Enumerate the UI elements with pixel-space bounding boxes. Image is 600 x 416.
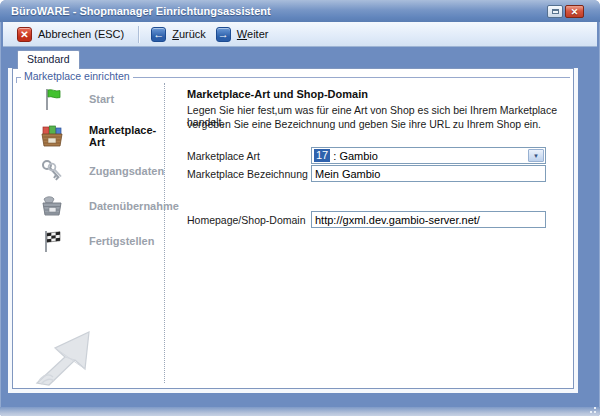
arrow-left-icon: ← [151,27,166,42]
sidebar-item-label: Fertigstellen [89,235,154,247]
titlebar[interactable]: BüroWARE - Shopmanager Einrichtungsassis… [0,0,600,22]
homepage-input[interactable] [311,211,546,228]
tab-standard[interactable]: Standard [17,50,80,69]
sidebar-item-label: Start [89,93,114,105]
cancel-x-icon: ✕ [17,27,32,42]
toolbar: ✕ Abbrechen (ESC) ← Zurück → Weiter [3,22,597,47]
page-title: Marketplace-Art und Shop-Domain [187,88,368,100]
window-bottom-edge [0,407,600,416]
restore-icon[interactable] [547,5,563,18]
green-flag-icon [39,86,65,112]
sidebar-item-start[interactable]: Start [13,86,163,112]
keys-icon [39,158,65,184]
sidebar-item-fertigstellen[interactable]: Fertigstellen [13,228,163,254]
bezeichnung-label: Marketplace Bezeichnung [187,168,308,180]
back-button[interactable]: ← Zurück [146,25,211,44]
selected-id: 17 [314,149,330,162]
marketplace-art-select[interactable]: 17 : Gambio ▼ [311,147,546,164]
chevron-down-icon[interactable]: ▼ [528,149,544,162]
homepage-label: Homepage/Shop-Domain [187,214,305,226]
description-line: vergeben Sie eine Bezeichnung und geben … [187,118,541,130]
window-title: BüroWARE - Shopmanager Einrichtungsassis… [11,0,271,22]
arrow-right-icon: → [216,27,231,42]
toolbar-separator [138,26,139,43]
sidebar-item-marketplace-art[interactable]: Marketplace-Art [13,123,163,149]
cancel-button[interactable]: ✕ Abbrechen (ESC) [12,25,129,44]
sidebar-item-zugangsdaten[interactable]: Zugangsdaten [13,158,163,184]
app-window: BüroWARE - Shopmanager Einrichtungsassis… [0,0,600,416]
next-button[interactable]: → Weiter [211,25,274,44]
checkered-flag-icon [39,228,65,254]
sidebar-item-label: Marketplace-Art [89,124,163,148]
bezeichnung-input[interactable] [311,165,546,182]
wizard-panel: Marketplace einrichten Start Marketplace… [12,68,574,389]
marketplace-art-label: Marketplace Art [187,150,260,162]
sidebar-item-label: Zugangsdaten [89,165,164,177]
arrow-watermark-icon [27,317,113,387]
close-icon[interactable]: ✕ [565,5,584,18]
resize-grip[interactable] [587,404,597,414]
selected-text: : Gambio [330,150,378,162]
back-label: Zurück [172,28,206,40]
data-crate-icon [39,193,65,219]
next-label: Weiter [237,28,269,40]
groupbox-label: Marketplace einrichten [21,70,133,82]
cancel-label: Abbrechen (ESC) [38,28,124,40]
sidebar-item-datenuebernahme[interactable]: Datenübernahme [13,193,163,219]
shopping-basket-icon [39,123,65,149]
sidebar-item-label: Datenübernahme [89,200,179,212]
sidebar-content-divider [164,83,165,383]
